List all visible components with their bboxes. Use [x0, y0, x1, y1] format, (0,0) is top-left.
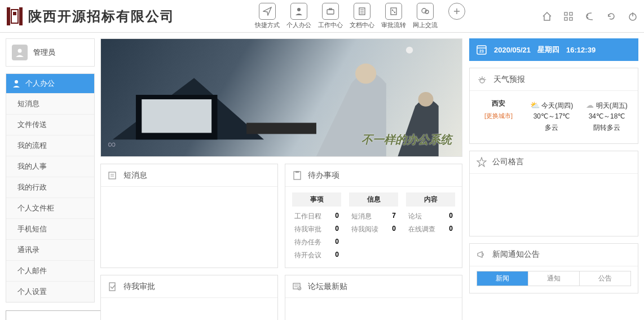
- main-content: ∞ 不一样的办公系统 短消息 待办事项: [100, 38, 638, 320]
- nav-add[interactable]: [443, 3, 470, 29]
- card-sms: 短消息: [100, 164, 278, 268]
- svg-line-52: [479, 77, 480, 78]
- weather-city: 西安: [473, 99, 524, 108]
- todo-row[interactable]: 工作日程0: [292, 210, 341, 223]
- power-icon[interactable]: [627, 11, 638, 22]
- svg-line-53: [484, 77, 485, 78]
- todo-row[interactable]: 待我阅读0: [349, 223, 398, 236]
- banner-watermark-icon: ∞: [108, 138, 116, 151]
- datetime-bar: 23 2020/05/21 星期四 16:12:39: [469, 38, 638, 61]
- todo-row[interactable]: 在线调查0: [406, 223, 455, 236]
- svg-rect-19: [564, 12, 567, 15]
- person-icon: [12, 79, 21, 88]
- svg-rect-22: [570, 17, 572, 20]
- card-forum: 论坛最新贴: [285, 275, 462, 320]
- person-icon: [290, 3, 307, 20]
- todo-row[interactable]: 待开会议0: [292, 249, 341, 262]
- user-card: 管理员: [6, 38, 95, 67]
- banner-image: ∞ 不一样的办公系统: [100, 38, 462, 157]
- card-title: 短消息: [123, 170, 147, 181]
- card-todo: 待办事项 事项 工作日程0待我审批0待办任务0待开会议0 信息 短消息7待我阅读…: [285, 164, 462, 268]
- banner-slogan: 不一样的办公系统: [361, 132, 452, 147]
- news-tab-announce[interactable]: 公告: [580, 271, 630, 286]
- apps-icon[interactable]: [563, 11, 574, 22]
- todo-columns: 事项 工作日程0待我审批0待办任务0待开会议0 信息 短消息7待我阅读0 内容 …: [292, 192, 455, 262]
- back-icon[interactable]: [584, 11, 596, 22]
- header-actions: [541, 11, 638, 22]
- user-avatar-icon: [12, 45, 28, 60]
- send-icon: [259, 3, 276, 20]
- company-name: 陕西开源招标有限公司: [28, 7, 175, 25]
- message-icon: [108, 170, 118, 181]
- menu-item-0[interactable]: 短消息: [6, 93, 94, 114]
- weather-tomorrow: ☁ 明天(周五) 34℃～18℃ 阴转多云: [579, 99, 634, 133]
- nav-chat[interactable]: 网上交流: [412, 3, 439, 29]
- weather-icon: [477, 74, 488, 85]
- svg-rect-40: [295, 171, 299, 173]
- star-icon: [477, 157, 487, 167]
- svg-point-34: [355, 64, 376, 84]
- menu-item-5[interactable]: 个人文件柜: [6, 198, 94, 218]
- briefcase-icon: [322, 3, 339, 20]
- card-weather: 天气预报 西安 [更换城市] ⛅ 今天(周四) 30℃～17℃ 多云 ☁: [469, 68, 638, 144]
- approval-icon: [108, 282, 118, 292]
- sidebar-menu: 个人办公 短消息文件传送我的流程我的人事我的行政个人文件柜手机短信通讯录个人邮件…: [6, 73, 95, 303]
- svg-rect-5: [327, 10, 334, 14]
- svg-rect-20: [570, 12, 572, 15]
- date-text: 2020/05/21: [494, 46, 531, 54]
- refresh-icon[interactable]: [606, 11, 617, 22]
- news-tab-news[interactable]: 新闻: [477, 271, 528, 286]
- clipboard-icon: [292, 170, 302, 181]
- menu-item-9[interactable]: 个人设置: [6, 281, 94, 302]
- svg-point-45: [298, 287, 301, 290]
- svg-line-14: [392, 10, 395, 12]
- todo-col-head: 信息: [349, 192, 398, 207]
- nav-docs[interactable]: 文档中心: [349, 3, 376, 29]
- svg-rect-6: [329, 8, 332, 10]
- menu-item-7[interactable]: 通讯录: [6, 239, 94, 260]
- menu-header[interactable]: 个人办公: [6, 74, 94, 93]
- svg-point-49: [480, 78, 484, 83]
- document-icon: [354, 3, 370, 20]
- user-name: 管理员: [33, 47, 55, 58]
- flow-icon: [385, 3, 402, 20]
- nav-approval[interactable]: 审批流转: [380, 3, 407, 29]
- todo-row[interactable]: 论坛0: [406, 210, 455, 223]
- plus-icon: [448, 3, 465, 20]
- svg-rect-39: [294, 172, 301, 179]
- todo-col-head: 事项: [292, 192, 341, 207]
- svg-rect-42: [293, 283, 300, 289]
- todo-row[interactable]: 短消息7: [349, 210, 398, 223]
- menu-item-8[interactable]: 个人邮件: [6, 260, 94, 281]
- home-icon[interactable]: [541, 11, 553, 22]
- news-tab-notice[interactable]: 通知: [528, 271, 580, 286]
- todo-row[interactable]: 待我审批0: [292, 223, 341, 236]
- svg-rect-1: [19, 7, 23, 25]
- weekday-text: 星期四: [537, 45, 559, 55]
- svg-rect-3: [13, 12, 16, 15]
- menu-item-1[interactable]: 文件传送: [6, 114, 94, 135]
- todo-row[interactable]: 待办任务0: [292, 236, 341, 249]
- card-title: 天气预报: [493, 74, 525, 85]
- main-layout: 管理员 个人办公 短消息文件传送我的流程我的人事我的行政个人文件柜手机短信通讯录…: [0, 33, 644, 320]
- card-news: 新闻通知公告 新闻 通知 公告: [469, 243, 638, 293]
- time-text: 16:12:39: [566, 46, 596, 54]
- card-title: 待办事项: [308, 170, 339, 181]
- change-city-link[interactable]: [更换城市]: [473, 112, 524, 120]
- top-nav: 快捷方式 个人办公 工作中心 文档中心 审批流转 网上交流: [254, 3, 470, 29]
- menu-item-4[interactable]: 我的行政: [6, 177, 94, 198]
- menu-item-6[interactable]: 手机短信: [6, 218, 94, 239]
- menu-item-3[interactable]: 我的人事: [6, 156, 94, 177]
- svg-rect-31: [142, 99, 211, 133]
- svg-point-4: [297, 8, 301, 11]
- nav-shortcut[interactable]: 快捷方式: [254, 3, 281, 29]
- svg-text:23: 23: [479, 49, 484, 53]
- nav-work[interactable]: 工作中心: [317, 3, 344, 29]
- nav-personal[interactable]: 个人办公: [285, 3, 312, 29]
- svg-rect-41: [109, 283, 115, 291]
- search-input[interactable]: [6, 310, 109, 320]
- card-approval: 待我审批: [100, 275, 278, 320]
- card-title: 待我审批: [123, 282, 155, 292]
- cloud-icon: ☁: [586, 100, 594, 109]
- menu-item-2[interactable]: 我的流程: [6, 135, 94, 156]
